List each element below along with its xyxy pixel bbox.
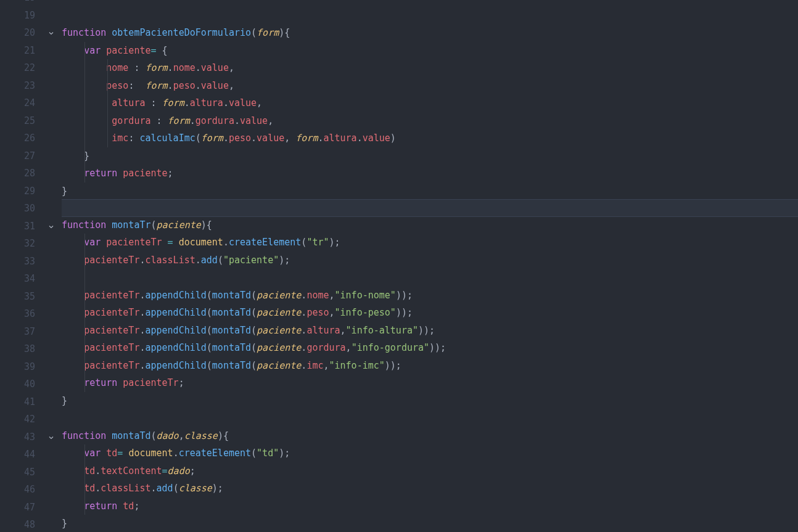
token-str: "paciente" [223,255,279,266]
token-fn: add [201,255,218,266]
code-line[interactable] [62,199,798,217]
line-number[interactable]: 38 [0,340,35,358]
line-number[interactable]: 22 [0,59,35,77]
token-fn: createElement [229,237,301,248]
line-number[interactable]: 48 [0,516,35,532]
token-fn: montaTr [112,219,150,231]
line-number[interactable]: 35 [0,288,35,306]
token-punc: } [62,518,67,529]
line-number[interactable]: 34 [0,270,35,288]
code-line[interactable]: pacienteTr.appendChild(montaTd(paciente.… [62,304,798,322]
token-punc: ( [251,290,257,301]
line-number[interactable]: 43 [0,428,35,446]
line-number[interactable]: 27 [0,147,35,165]
code-line[interactable]: var td= document.createElement("td"); [62,444,798,462]
code-area[interactable]: function obtemPacienteDoFormulario(form)… [62,0,798,521]
indent-guide [84,497,85,515]
code-line[interactable]: td.textContent=dado; [62,462,798,480]
line-number[interactable]: 26 [0,129,35,147]
line-number[interactable]: 25 [0,112,35,130]
token-punc: )); [396,307,413,318]
code-line[interactable] [62,0,798,7]
line-number[interactable]: 46 [0,481,35,499]
line-number[interactable]: 30 [0,200,35,218]
token-var: pacienteTr [84,325,139,336]
code-line[interactable]: var pacienteTr = document.createElement(… [62,234,798,252]
code-line[interactable]: imc: calculaImc(form.peso.value, form.al… [62,129,798,147]
line-number[interactable]: 31 [0,218,35,235]
code-line[interactable]: } [62,182,798,200]
code-line[interactable]: altura : form.altura.value, [62,94,798,112]
line-number[interactable]: 32 [0,235,35,253]
code-line[interactable]: pacienteTr.appendChild(montaTd(paciente.… [62,339,798,357]
code-line[interactable]: return td; [62,497,798,515]
token-var: td [123,501,134,512]
line-number-gutter[interactable]: 1819202122232425262728293031323334353637… [0,0,46,521]
code-line[interactable]: var paciente= { [62,42,798,60]
code-line[interactable] [62,269,798,287]
token-fn: montaTd [212,325,251,336]
code-line[interactable]: return pacienteTr; [62,374,798,392]
code-line[interactable]: function montaTd(dado,classe){ [62,427,798,445]
token-punc: ( [195,133,201,144]
line-number[interactable]: 41 [0,393,35,411]
token-var: pacienteTr [84,307,139,318]
code-editor[interactable]: 1819202122232425262728293031323334353637… [0,0,798,521]
token-punc: . [195,255,201,266]
code-line[interactable]: function montaTr(paciente){ [62,216,798,234]
code-line[interactable]: nome : form.nome.value, [62,59,798,77]
line-number[interactable]: 44 [0,446,35,464]
code-line[interactable]: pacienteTr.appendChild(montaTd(paciente.… [62,357,798,375]
token-punc [62,45,84,56]
line-number[interactable]: 21 [0,42,35,60]
token-var: td [106,448,117,459]
indent-guide [84,42,85,60]
code-line[interactable]: peso: form.peso.value, [62,77,798,95]
token-var: paciente [106,45,150,56]
fold-column[interactable] [46,0,62,521]
code-line[interactable]: gordura : form.gordura.value, [62,112,798,130]
token-prop: classList [101,483,150,494]
code-line[interactable]: return paciente; [62,165,798,182]
token-punc: . [223,133,229,144]
code-line[interactable]: pacienteTr.appendChild(montaTd(paciente.… [62,287,798,305]
token-str: "tr" [306,237,329,248]
line-number[interactable]: 23 [0,77,35,95]
line-number[interactable]: 20 [0,24,35,42]
code-line[interactable]: } [62,515,798,532]
line-number[interactable]: 47 [0,499,35,517]
token-punc: . [151,483,157,494]
token-punc: . [234,115,240,126]
indent-guide [107,112,108,130]
code-line[interactable] [62,409,798,427]
line-number[interactable]: 29 [0,182,35,200]
token-punc: ( [251,325,257,336]
code-line[interactable]: pacienteTr.classList.add("paciente"); [62,252,798,269]
token-op: = [162,465,168,477]
code-line[interactable]: pacienteTr.appendChild(montaTd(paciente.… [62,322,798,340]
line-number[interactable]: 39 [0,358,35,376]
code-line[interactable]: } [62,392,798,410]
line-number[interactable]: 42 [0,411,35,428]
token-var: nome [106,62,128,73]
line-number[interactable]: 28 [0,165,35,182]
line-number[interactable]: 24 [0,94,35,112]
token-punc: : [128,133,139,144]
line-number[interactable]: 45 [0,464,35,481]
code-line[interactable] [62,7,798,25]
token-punc: , [257,97,262,108]
token-param: paciente [257,290,301,301]
token-var: pacienteTr [84,290,139,301]
code-line[interactable]: } [62,147,798,165]
line-number[interactable]: 37 [0,323,35,341]
indent-guide [84,269,85,287]
line-number[interactable]: 18 [0,0,35,7]
line-number[interactable]: 40 [0,375,35,393]
line-number[interactable]: 36 [0,305,35,323]
token-kw: function [62,27,106,38]
line-number[interactable]: 33 [0,253,35,271]
code-line[interactable]: function obtemPacienteDoFormulario(form)… [62,24,798,42]
line-number[interactable]: 19 [0,7,35,25]
code-line[interactable]: td.classList.add(classe); [62,480,798,497]
indent-guide [84,77,85,95]
